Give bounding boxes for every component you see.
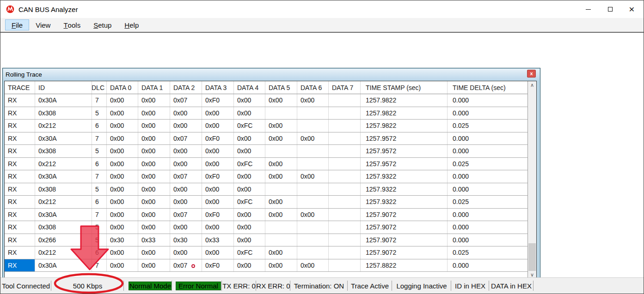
table-cell[interactable]: 1257.9072 bbox=[361, 246, 448, 259]
column-header[interactable]: DATA 5 bbox=[265, 81, 297, 94]
table-cell[interactable]: 0x30 bbox=[170, 234, 202, 246]
table-cell[interactable]: 0x07 bbox=[170, 209, 202, 221]
table-cell[interactable]: 0x30A bbox=[35, 132, 92, 145]
table-cell[interactable] bbox=[297, 145, 329, 157]
table-row[interactable]: RX0x30A70x000x000x070xF00x000x000x001257… bbox=[5, 259, 527, 272]
table-cell[interactable]: 0xFC bbox=[234, 158, 265, 170]
table-cell[interactable]: 0x07 bbox=[170, 132, 202, 145]
table-cell[interactable]: 0x00 bbox=[107, 170, 138, 183]
table-cell[interactable]: 0.000 bbox=[448, 221, 527, 234]
table-cell[interactable]: 0x33 bbox=[138, 234, 170, 246]
table-cell[interactable]: 0.025 bbox=[448, 196, 527, 208]
table-cell[interactable]: 0.000 bbox=[448, 145, 527, 157]
table-cell[interactable] bbox=[265, 234, 297, 246]
table-cell[interactable] bbox=[329, 107, 361, 120]
table-cell[interactable] bbox=[329, 183, 361, 196]
table-cell[interactable]: 0xF0 bbox=[202, 209, 234, 221]
table-cell[interactable]: 1257.9572 bbox=[361, 132, 448, 145]
table-row[interactable]: RX0x21260x000x000x000x000xFC0x001257.982… bbox=[5, 120, 527, 132]
table-row[interactable]: RX0x21260x000x000x000x000xFC0x001257.932… bbox=[5, 196, 527, 209]
table-cell[interactable]: 0x00 bbox=[107, 94, 138, 107]
table-cell[interactable] bbox=[297, 183, 329, 196]
table-cell[interactable]: 0x30A bbox=[35, 170, 92, 183]
table-cell[interactable]: 0.000 bbox=[448, 107, 527, 120]
table-cell[interactable] bbox=[329, 234, 361, 246]
table-cell[interactable] bbox=[265, 183, 297, 196]
menu-item-file[interactable]: File bbox=[5, 19, 29, 30]
table-cell[interactable]: 0xF0 bbox=[202, 259, 234, 272]
table-row[interactable]: RX0x30A70x000x000x070xF00x000x000x001257… bbox=[5, 209, 527, 222]
table-cell[interactable]: 0x00 bbox=[170, 183, 202, 196]
table-cell[interactable]: 0x00 bbox=[107, 221, 138, 234]
table-cell[interactable]: 5 bbox=[92, 145, 107, 157]
table-cell[interactable]: 1257.9072 bbox=[361, 234, 448, 246]
table-cell[interactable] bbox=[329, 120, 361, 132]
table-cell[interactable]: 0x00 bbox=[265, 246, 297, 259]
table-cell[interactable]: 0xF0 bbox=[202, 170, 234, 183]
column-header[interactable]: DATA 2 bbox=[170, 81, 202, 94]
table-cell[interactable]: 1257.9322 bbox=[361, 196, 448, 208]
table-cell[interactable]: 1257.9822 bbox=[361, 107, 448, 120]
table-cell[interactable]: 0x00 bbox=[107, 120, 138, 132]
column-header[interactable]: DATA 3 bbox=[202, 81, 234, 94]
table-cell[interactable]: 0x00 bbox=[138, 107, 170, 120]
table-cell[interactable]: 0x00 bbox=[265, 259, 297, 272]
table-cell[interactable]: 6 bbox=[92, 246, 107, 259]
table-cell[interactable]: 0x00 bbox=[234, 209, 265, 221]
table-cell[interactable] bbox=[329, 221, 361, 234]
table-cell[interactable]: RX bbox=[5, 158, 35, 170]
menu-item-setup[interactable]: Setup bbox=[87, 19, 118, 30]
table-cell[interactable]: 0x30A bbox=[35, 94, 92, 107]
table-cell[interactable]: 0.000 bbox=[448, 209, 527, 221]
table-cell[interactable]: 0.025 bbox=[448, 158, 527, 170]
table-cell[interactable]: 0x00 bbox=[170, 246, 202, 259]
table-cell[interactable]: 0x00 bbox=[265, 170, 297, 183]
table-cell[interactable]: 0x00 bbox=[138, 209, 170, 221]
column-header[interactable]: DLC bbox=[92, 81, 107, 94]
table-cell[interactable]: 0x00 bbox=[234, 107, 265, 120]
table-cell[interactable]: 0x00 bbox=[202, 158, 234, 170]
table-cell[interactable]: 0x00 bbox=[107, 196, 138, 208]
table-cell[interactable]: 0.025 bbox=[448, 120, 527, 132]
table-cell[interactable]: 0.000 bbox=[448, 170, 527, 183]
table-cell[interactable]: 0x30A bbox=[35, 259, 92, 272]
table-cell[interactable]: 0x212 bbox=[35, 120, 92, 132]
table-cell[interactable]: 0x00 bbox=[138, 221, 170, 234]
table-cell[interactable]: 1257.9822 bbox=[361, 94, 448, 107]
table-cell[interactable]: 6 bbox=[92, 196, 107, 208]
column-header[interactable]: DATA 0 bbox=[107, 81, 138, 94]
table-cell[interactable]: 0x00 bbox=[297, 209, 329, 221]
table-cell[interactable]: 0xFC bbox=[234, 246, 265, 259]
table-cell[interactable]: 0x00 bbox=[138, 120, 170, 132]
table-cell[interactable]: 0x308 bbox=[35, 145, 92, 157]
table-cell[interactable]: 5 bbox=[92, 183, 107, 196]
table-cell[interactable]: 0x00 bbox=[170, 107, 202, 120]
table-cell[interactable]: 0x00 bbox=[265, 196, 297, 208]
table-cell[interactable]: 0x00 bbox=[138, 196, 170, 208]
table-cell[interactable]: 0x00 bbox=[234, 234, 265, 246]
table-cell[interactable]: RX bbox=[5, 196, 35, 208]
table-cell[interactable]: 7 bbox=[92, 209, 107, 221]
table-cell[interactable]: 7 bbox=[92, 170, 107, 183]
table-cell[interactable]: RX bbox=[5, 145, 35, 157]
table-cell[interactable]: 1257.9072 bbox=[361, 221, 448, 234]
table-cell[interactable]: 0x00 bbox=[107, 183, 138, 196]
table-cell[interactable]: 7 bbox=[92, 132, 107, 145]
table-cell[interactable]: RX bbox=[5, 94, 35, 107]
table-cell[interactable]: 0x07 bbox=[170, 170, 202, 183]
table-cell[interactable]: 5 bbox=[92, 221, 107, 234]
table-cell[interactable] bbox=[329, 158, 361, 170]
table-cell[interactable]: 0.000 bbox=[448, 259, 527, 272]
table-cell[interactable]: 1257.9572 bbox=[361, 158, 448, 170]
table-row[interactable]: RX0x30A70x000x000x070xF00x000x000x001257… bbox=[5, 132, 527, 145]
table-cell[interactable]: 0x00 bbox=[234, 132, 265, 145]
table-cell[interactable]: 0x30A bbox=[35, 209, 92, 221]
table-cell[interactable]: 0x212 bbox=[35, 246, 92, 259]
rolling-trace-title-bar[interactable]: Rolling Trace bbox=[3, 69, 540, 80]
table-cell[interactable]: 0x00 bbox=[138, 183, 170, 196]
table-cell[interactable]: 1257.9822 bbox=[361, 120, 448, 132]
maximize-button[interactable] bbox=[599, 0, 621, 18]
table-cell[interactable]: 0x00 bbox=[234, 145, 265, 157]
table-cell[interactable]: 0x07 bbox=[170, 259, 202, 272]
table-cell[interactable]: 1257.9322 bbox=[361, 183, 448, 196]
